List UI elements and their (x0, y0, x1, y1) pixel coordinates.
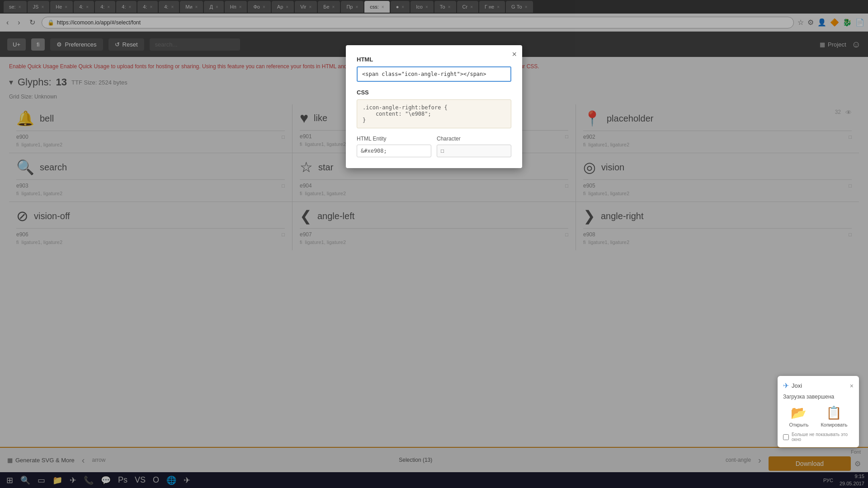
joxi-open-button[interactable]: 📂 Открыть (789, 405, 808, 427)
modal-two-col: HTML Entity Character □ (357, 136, 511, 157)
joxi-header: ✈ Joxi × (783, 381, 854, 390)
joxi-actions: 📂 Открыть 📋 Копировать (783, 405, 854, 427)
char-label: Character (437, 136, 511, 142)
entity-label: HTML Entity (357, 136, 431, 142)
joxi-title: ✈ Joxi (783, 381, 802, 390)
joxi-close-button[interactable]: × (850, 382, 854, 389)
joxi-checkbox-label: Больше не показывать это окно (792, 432, 854, 442)
modal-dialog: × HTML CSS .icon-angle-right:before { co… (346, 45, 522, 168)
joxi-popup: ✈ Joxi × Загрузка завершена 📂 Открыть 📋 … (778, 376, 859, 447)
char-box: □ (437, 145, 511, 157)
open-icon: 📂 (791, 405, 807, 420)
html-input[interactable] (357, 66, 511, 82)
modal-close-button[interactable]: × (512, 50, 517, 59)
entity-input[interactable] (357, 145, 431, 157)
joxi-logo-icon: ✈ (783, 381, 789, 390)
joxi-checkbox-row: Больше не показывать это окно (783, 432, 854, 442)
joxi-message: Загрузка завершена (783, 394, 854, 400)
modal-overlay: × HTML CSS .icon-angle-right:before { co… (0, 0, 868, 488)
joxi-checkbox[interactable] (783, 434, 789, 440)
html-section-label: HTML (357, 56, 511, 63)
joxi-copy-button[interactable]: 📋 Копировать (821, 405, 847, 427)
css-box: .icon-angle-right:before { content: "\e9… (357, 99, 511, 128)
css-section-label: CSS (357, 89, 511, 96)
copy-icon: 📋 (826, 405, 842, 420)
